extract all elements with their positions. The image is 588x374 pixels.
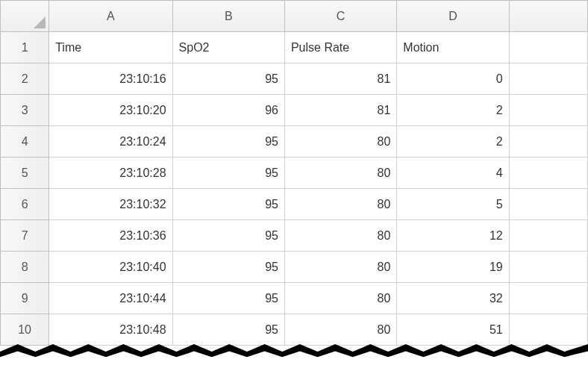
table-row: 10 23:10:48 95 80 51 (1, 314, 588, 346)
select-all-triangle-icon (34, 16, 46, 28)
cell-b3[interactable]: 96 (172, 95, 284, 126)
cell-c9[interactable]: 80 (284, 283, 396, 314)
cell-d8[interactable]: 19 (397, 252, 509, 283)
cell-d3[interactable]: 2 (397, 95, 509, 126)
table-row: 7 23:10:36 95 80 12 (1, 220, 588, 252)
cell-a8[interactable]: 23:10:40 (49, 252, 172, 283)
column-header-e[interactable] (509, 1, 587, 32)
table-row: 3 23:10:20 96 81 2 (1, 95, 588, 126)
cell-b9[interactable]: 95 (172, 283, 284, 314)
table-row: 9 23:10:44 95 80 32 (1, 283, 588, 314)
cell-d2[interactable]: 0 (397, 63, 509, 95)
row-header-8[interactable]: 8 (1, 252, 49, 283)
column-header-row: A B C D (1, 1, 588, 32)
cell-a2[interactable]: 23:10:16 (49, 63, 172, 95)
cell-d6[interactable]: 5 (397, 189, 509, 220)
table-row: 6 23:10:32 95 80 5 (1, 189, 588, 220)
cell-c1[interactable]: Pulse Rate (284, 32, 396, 63)
cell-c5[interactable]: 80 (284, 158, 396, 189)
cell-d7[interactable]: 12 (397, 220, 509, 252)
cell-b6[interactable]: 95 (172, 189, 284, 220)
cell-b7[interactable]: 95 (172, 220, 284, 252)
cell-e10[interactable] (509, 314, 587, 346)
cell-a1[interactable]: Time (49, 32, 172, 63)
table-row: 5 23:10:28 95 80 4 (1, 158, 588, 189)
cell-c3[interactable]: 81 (284, 95, 396, 126)
cell-b10[interactable]: 95 (172, 314, 284, 346)
column-header-a[interactable]: A (49, 1, 172, 32)
row-header-5[interactable]: 5 (1, 158, 49, 189)
cell-e2[interactable] (509, 63, 587, 95)
column-header-d[interactable]: D (397, 1, 509, 32)
row-header-10[interactable]: 10 (1, 314, 49, 346)
select-all-corner[interactable] (1, 1, 49, 32)
cell-d9[interactable]: 32 (397, 283, 509, 314)
cell-d1[interactable]: Motion (397, 32, 509, 63)
cell-d10[interactable]: 51 (397, 314, 509, 346)
cell-a4[interactable]: 23:10:24 (49, 126, 172, 158)
cell-b5[interactable]: 95 (172, 158, 284, 189)
cell-c7[interactable]: 80 (284, 220, 396, 252)
table-row: 1 Time SpO2 Pulse Rate Motion (1, 32, 588, 63)
cell-c6[interactable]: 80 (284, 189, 396, 220)
cell-b2[interactable]: 95 (172, 63, 284, 95)
cell-e5[interactable] (509, 158, 587, 189)
row-header-4[interactable]: 4 (1, 126, 49, 158)
column-header-b[interactable]: B (172, 1, 284, 32)
cell-c8[interactable]: 80 (284, 252, 396, 283)
cell-b1[interactable]: SpO2 (172, 32, 284, 63)
cell-a5[interactable]: 23:10:28 (49, 158, 172, 189)
cell-d5[interactable]: 4 (397, 158, 509, 189)
spreadsheet-grid: A B C D 1 Time SpO2 Pulse Rate Motion 2 … (0, 0, 588, 346)
cell-a9[interactable]: 23:10:44 (49, 283, 172, 314)
cell-e1[interactable] (509, 32, 587, 63)
table-row: 4 23:10:24 95 80 2 (1, 126, 588, 158)
cell-c2[interactable]: 81 (284, 63, 396, 95)
row-header-9[interactable]: 9 (1, 283, 49, 314)
cell-e6[interactable] (509, 189, 587, 220)
row-header-1[interactable]: 1 (1, 32, 49, 63)
cell-c4[interactable]: 80 (284, 126, 396, 158)
cell-a3[interactable]: 23:10:20 (49, 95, 172, 126)
cell-e8[interactable] (509, 252, 587, 283)
cell-c10[interactable]: 80 (284, 314, 396, 346)
table-row: 2 23:10:16 95 81 0 (1, 63, 588, 95)
row-header-2[interactable]: 2 (1, 63, 49, 95)
cell-e4[interactable] (509, 126, 587, 158)
row-header-7[interactable]: 7 (1, 220, 49, 252)
column-header-c[interactable]: C (284, 1, 396, 32)
cell-a6[interactable]: 23:10:32 (49, 189, 172, 220)
cell-d4[interactable]: 2 (397, 126, 509, 158)
cell-e9[interactable] (509, 283, 587, 314)
row-header-6[interactable]: 6 (1, 189, 49, 220)
cell-b4[interactable]: 95 (172, 126, 284, 158)
row-header-3[interactable]: 3 (1, 95, 49, 126)
cell-a7[interactable]: 23:10:36 (49, 220, 172, 252)
cell-a10[interactable]: 23:10:48 (49, 314, 172, 346)
table-row: 8 23:10:40 95 80 19 (1, 252, 588, 283)
cell-e3[interactable] (509, 95, 587, 126)
cell-b8[interactable]: 95 (172, 252, 284, 283)
cell-e7[interactable] (509, 220, 587, 252)
